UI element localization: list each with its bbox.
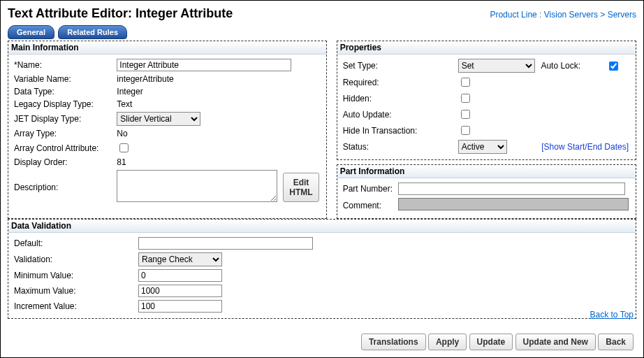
main-information-legend: Main Information	[8, 41, 326, 55]
min-label: Minimum Value:	[11, 268, 136, 283]
data-validation-panel: Data Validation Default: Validation: Ran…	[8, 219, 636, 319]
partnumber-input[interactable]	[398, 182, 625, 195]
header-row: Text Attribute Editor: Integer Attribute…	[8, 5, 636, 25]
description-textarea[interactable]	[117, 170, 277, 202]
properties-panel: Properties Set Type: Set Auto Lock:	[337, 41, 636, 160]
validation-select[interactable]: Range Check	[138, 252, 222, 266]
breadcrumb-sep: >	[600, 10, 605, 20]
page: Text Attribute Editor: Integer Attribute…	[0, 0, 644, 358]
jet-display-select[interactable]: Slider Vertical	[117, 112, 200, 126]
max-label: Maximum Value:	[11, 283, 136, 299]
tab-related-rules[interactable]: Related Rules	[58, 25, 127, 39]
min-input[interactable]	[138, 269, 222, 282]
datatype-label: Data Type:	[11, 85, 114, 98]
edit-html-button[interactable]: Edit HTML	[283, 173, 319, 202]
translations-button[interactable]: Translations	[361, 334, 426, 350]
autoupdate-checkbox[interactable]	[461, 110, 470, 119]
partnumber-label: Part Number:	[340, 181, 395, 196]
varname-label: Variable Name:	[11, 73, 114, 85]
status-select[interactable]: Active	[458, 140, 507, 154]
part-information-legend: Part Information	[337, 165, 636, 178]
main-information-panel: Main Information *Name: Variable Name: i…	[8, 41, 327, 219]
required-label: Required:	[340, 74, 455, 90]
displayorder-value: 81	[114, 156, 321, 169]
settype-select[interactable]: Set	[458, 59, 535, 73]
breadcrumb-link-2[interactable]: Servers	[608, 10, 636, 20]
update-and-new-button[interactable]: Update and New	[515, 334, 596, 350]
hidden-checkbox[interactable]	[461, 94, 470, 103]
validation-label: Validation:	[11, 251, 136, 268]
properties-legend: Properties	[337, 41, 636, 55]
autolock-checkbox[interactable]	[609, 62, 618, 71]
hidetxn-checkbox[interactable]	[461, 126, 470, 135]
name-label: *Name:	[11, 57, 114, 73]
arrayctrl-label: Array Control Attribute:	[11, 140, 114, 156]
breadcrumb-prefix: Product Line :	[490, 10, 541, 20]
page-title: Text Attribute Editor: Integer Attribute	[8, 6, 233, 21]
arraytype-label: Array Type:	[11, 127, 114, 140]
back-to-top-link[interactable]: Back to Top	[590, 310, 634, 320]
hidetxn-label: Hide In Transaction:	[340, 122, 455, 138]
jet-label: JET Display Type:	[11, 110, 114, 127]
arraytype-value: No	[114, 127, 321, 140]
description-label: Description:	[11, 169, 114, 206]
autoupdate-label: Auto Update:	[340, 106, 455, 122]
footer: Back to Top Translations Apply Update Up…	[10, 310, 634, 350]
max-input[interactable]	[138, 285, 222, 297]
datatype-value: Integer	[114, 85, 321, 98]
right-column: Properties Set Type: Set Auto Lock:	[337, 41, 636, 219]
show-dates-link[interactable]: [Show Start/End Dates]	[541, 142, 629, 152]
default-input[interactable]	[138, 237, 313, 250]
status-label: Status:	[340, 138, 455, 155]
displayorder-label: Display Order:	[11, 156, 114, 169]
update-button[interactable]: Update	[469, 334, 513, 350]
data-validation-legend: Data Validation	[8, 220, 636, 233]
name-input[interactable]	[117, 59, 291, 71]
required-checkbox[interactable]	[461, 78, 470, 87]
comment-input[interactable]	[398, 198, 629, 210]
default-label: Default:	[11, 236, 136, 251]
apply-button[interactable]: Apply	[428, 334, 467, 350]
part-information-panel: Part Information Part Number: Comment:	[337, 164, 636, 219]
autolock-label: Auto Lock:	[538, 57, 603, 74]
back-button[interactable]: Back	[598, 334, 634, 350]
comment-label: Comment:	[340, 196, 395, 214]
tabs: General Related Rules	[8, 25, 636, 39]
legacy-label: Legacy Display Type:	[11, 98, 114, 110]
settype-label: Set Type:	[340, 57, 455, 74]
varname-value: integerAttribute	[114, 73, 321, 85]
top-panels: Main Information *Name: Variable Name: i…	[8, 41, 636, 219]
hidden-label: Hidden:	[340, 90, 455, 106]
breadcrumb: Product Line : Vision Servers > Servers	[490, 10, 636, 20]
breadcrumb-link-1[interactable]: Vision Servers	[544, 10, 598, 20]
array-control-checkbox[interactable]	[119, 143, 129, 152]
tab-general[interactable]: General	[8, 25, 54, 39]
legacy-value: Text	[114, 98, 321, 110]
